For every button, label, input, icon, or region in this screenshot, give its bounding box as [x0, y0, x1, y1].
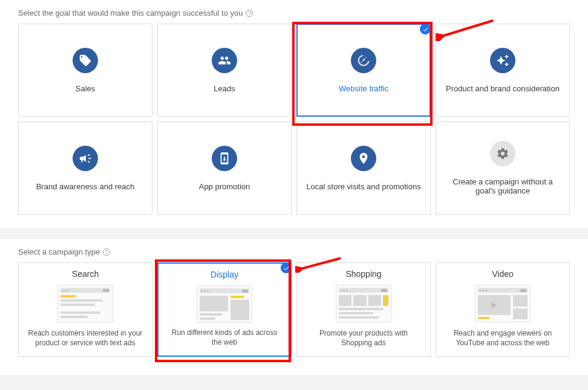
pin-icon	[351, 146, 376, 171]
help-icon[interactable]: ?	[246, 10, 253, 17]
type-desc: Reach and engage viewers on YouTube and …	[445, 328, 561, 348]
type-card-display[interactable]: Display Run different kinds of ads acros…	[157, 262, 292, 357]
help-icon[interactable]: ?	[103, 249, 110, 256]
people-icon	[212, 48, 237, 73]
video-thumb-icon	[475, 285, 531, 322]
type-desc: Run different kinds of ads across the we…	[167, 328, 282, 347]
goal-card-sales[interactable]: Sales	[18, 24, 152, 117]
goals-section-title: Select the goal that would make this cam…	[18, 8, 570, 18]
goal-label: Product and brand consideration	[446, 84, 560, 93]
goal-card-brand-awareness[interactable]: Brand awareness and reach	[18, 122, 152, 215]
goal-label: Website traffic	[339, 84, 388, 93]
search-thumb-icon	[57, 285, 113, 322]
tag-icon	[73, 48, 98, 73]
goal-card-app-promotion[interactable]: App promotion	[157, 122, 292, 215]
display-thumb-icon	[197, 285, 252, 323]
type-title: Display	[211, 270, 238, 279]
type-card-shopping[interactable]: Shopping Promote your products with Shop…	[296, 262, 431, 357]
goal-label: Sales	[76, 84, 96, 93]
goals-grid: Sales Leads Website traffic Product and …	[18, 24, 570, 215]
type-title: Search	[72, 269, 99, 279]
goal-card-leads[interactable]: Leads	[157, 24, 292, 117]
goal-label: Leads	[214, 84, 235, 93]
goals-title-text: Select the goal that would make this cam…	[18, 8, 243, 18]
app-icon	[212, 146, 237, 171]
shopping-thumb-icon	[336, 285, 391, 322]
checkmark-icon	[281, 262, 292, 273]
goal-card-brand-consideration[interactable]: Product and brand consideration	[436, 24, 570, 117]
checkmark-icon	[420, 24, 431, 34]
types-panel: Select a campaign type ? Search	[0, 239, 588, 375]
sparkle-icon	[490, 48, 515, 73]
type-card-video[interactable]: Video Reach and engage viewer	[436, 262, 570, 357]
goal-card-website-traffic[interactable]: Website traffic	[296, 24, 431, 117]
gear-icon	[490, 141, 515, 166]
goal-card-no-goal[interactable]: Create a campaign without a goal's guida…	[436, 122, 570, 215]
types-section-title: Select a campaign type ?	[18, 247, 570, 256]
types-grid: Search Reach customers interested in you…	[18, 262, 570, 357]
type-title: Video	[492, 269, 514, 279]
goal-label: Create a campaign without a goal's guida…	[442, 177, 563, 195]
type-desc: Promote your products with Shopping ads	[305, 328, 422, 348]
type-desc: Reach customers interested in your produ…	[27, 328, 143, 348]
type-card-search[interactable]: Search Reach customers interested in you…	[18, 262, 152, 357]
goals-panel: Select the goal that would make this cam…	[0, 0, 588, 228]
megaphone-icon	[73, 146, 98, 171]
click-icon	[351, 48, 376, 73]
types-title-text: Select a campaign type	[18, 247, 100, 256]
goal-label: App promotion	[199, 182, 250, 191]
goal-label: Local store visits and promotions	[306, 182, 420, 191]
goal-label: Brand awareness and reach	[36, 182, 135, 191]
goal-card-local-store[interactable]: Local store visits and promotions	[296, 122, 431, 215]
type-title: Shopping	[345, 269, 381, 279]
